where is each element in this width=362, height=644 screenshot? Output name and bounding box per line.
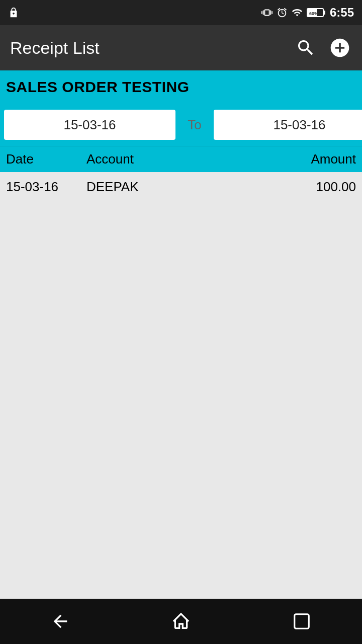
svg-text:60%: 60% <box>309 11 318 16</box>
bottom-nav <box>0 599 362 644</box>
recent-apps-button[interactable] <box>282 601 322 641</box>
app-bar: Receipt List <box>0 25 362 70</box>
alarm-icon <box>277 7 288 18</box>
to-date-input[interactable] <box>214 110 362 140</box>
search-icon <box>296 38 316 58</box>
cell-account: DEEPAK <box>86 179 286 195</box>
svg-rect-5 <box>295 614 309 629</box>
table-row[interactable]: 15-03-16 DEEPAK 100.00 <box>0 172 362 202</box>
wifi-icon <box>292 7 303 18</box>
status-left <box>8 7 19 18</box>
time-display: 6:55 <box>330 6 354 20</box>
lock-icon <box>8 7 19 18</box>
svg-rect-1 <box>323 11 325 15</box>
app-bar-icons <box>294 36 352 60</box>
to-label: To <box>179 117 210 133</box>
col-header-amount: Amount <box>286 151 356 167</box>
cell-amount: 100.00 <box>286 179 356 195</box>
home-icon <box>171 611 191 631</box>
search-button[interactable] <box>294 36 318 60</box>
app-bar-title: Receipt List <box>10 38 100 58</box>
add-button[interactable] <box>328 36 352 60</box>
section-title: SALES ORDER TESTING <box>6 78 190 95</box>
vibrate-icon <box>261 7 273 18</box>
status-right: 60% 6:55 <box>261 6 354 20</box>
table-body: 15-03-16 DEEPAK 100.00 <box>0 172 362 202</box>
status-bar: 60% 6:55 <box>0 0 362 25</box>
battery-icon: 60% <box>307 7 326 18</box>
back-button[interactable] <box>40 601 80 641</box>
col-header-account: Account <box>86 151 286 167</box>
add-circle-icon <box>329 37 351 59</box>
cell-date: 15-03-16 <box>6 179 86 195</box>
from-date-input[interactable] <box>4 110 175 140</box>
home-button[interactable] <box>161 601 201 641</box>
back-icon <box>50 611 70 631</box>
battery-level: 60% <box>307 7 326 18</box>
col-header-date: Date <box>6 151 86 167</box>
date-filter-row: To <box>0 104 362 146</box>
recent-apps-icon <box>292 612 311 631</box>
section-header: SALES ORDER TESTING <box>0 70 362 104</box>
column-headers: Date Account Amount <box>0 146 362 172</box>
